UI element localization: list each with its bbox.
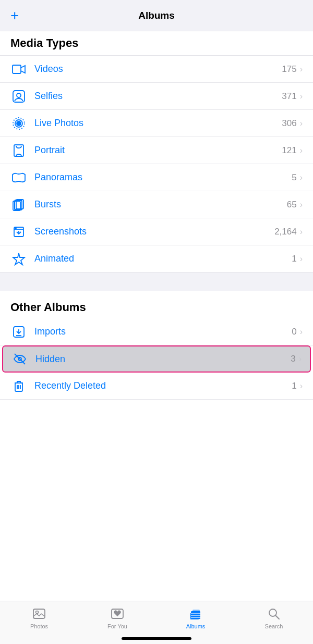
home-indicator — [122, 637, 191, 640]
page-title: Albums — [138, 10, 175, 21]
bursts-icon — [10, 198, 27, 212]
portrait-count: 121 — [282, 145, 296, 156]
video-icon — [10, 63, 27, 76]
live-photos-count: 306 — [282, 118, 296, 129]
albums-tab-label: Albums — [186, 623, 206, 629]
panoramas-label: Panoramas — [34, 172, 292, 183]
tab-albums[interactable]: Albums — [156, 606, 235, 629]
bursts-count: 65 — [287, 200, 297, 210]
videos-label: Videos — [34, 64, 282, 75]
screenshots-label: Screenshots — [34, 226, 274, 237]
panoramas-icon — [10, 171, 27, 184]
media-types-label: Media Types — [0, 31, 313, 55]
svg-rect-20 — [33, 609, 45, 618]
svg-point-21 — [36, 611, 39, 614]
add-button[interactable]: + — [10, 8, 19, 23]
imports-icon — [10, 325, 27, 339]
list-item-live-photos[interactable]: Live Photos 306 › — [0, 110, 313, 137]
recently-deleted-label: Recently Deleted — [34, 380, 292, 391]
list-item-imports[interactable]: Imports 0 › — [0, 318, 313, 345]
animated-icon — [10, 252, 27, 266]
media-types-section-header: Media Types — [0, 31, 313, 56]
live-photos-icon — [10, 117, 27, 130]
recently-deleted-count: 1 — [292, 381, 296, 391]
selfie-icon — [10, 90, 27, 103]
screenshots-count: 2,164 — [274, 227, 297, 237]
search-tab-label: Search — [265, 623, 283, 629]
imports-label: Imports — [34, 326, 292, 337]
tab-search[interactable]: Search — [235, 606, 313, 629]
bursts-chevron: › — [300, 200, 303, 209]
recently-deleted-chevron: › — [300, 381, 303, 391]
list-item-videos[interactable]: Videos 175 › — [0, 56, 313, 83]
portrait-icon — [10, 144, 27, 157]
screenshots-icon — [10, 225, 27, 239]
animated-count: 1 — [292, 254, 296, 264]
panoramas-count: 5 — [292, 172, 296, 183]
hidden-chevron: › — [299, 354, 302, 364]
tab-photos[interactable]: Photos — [0, 606, 78, 629]
for-you-tab-label: For You — [107, 623, 127, 629]
section-separator — [0, 273, 313, 291]
svg-marker-12 — [13, 253, 25, 265]
panoramas-chevron: › — [300, 173, 303, 182]
svg-point-3 — [17, 121, 21, 126]
hidden-count: 3 — [291, 354, 295, 364]
svg-point-11 — [15, 228, 16, 229]
header: + Albums — [0, 0, 313, 31]
selfies-chevron: › — [300, 92, 303, 101]
other-albums-label: Other Albums — [10, 301, 86, 314]
photos-tab-label: Photos — [30, 623, 48, 629]
imports-chevron: › — [300, 327, 303, 337]
portrait-label: Portrait — [34, 145, 282, 156]
live-photos-label: Live Photos — [34, 118, 282, 129]
list-item-animated[interactable]: Animated 1 › — [0, 245, 313, 273]
search-tab-icon — [267, 606, 281, 621]
list-item-panoramas[interactable]: Panoramas 5 › — [0, 164, 313, 191]
live-photos-chevron: › — [300, 119, 303, 128]
trash-icon — [10, 379, 27, 393]
portrait-chevron: › — [300, 146, 303, 155]
imports-count: 0 — [292, 327, 296, 337]
svg-line-31 — [276, 616, 280, 620]
list-item-selfies[interactable]: Selfies 371 › — [0, 83, 313, 110]
hidden-icon — [11, 352, 28, 366]
photos-tab-icon — [32, 606, 46, 621]
main-content: Media Types Videos 175 › Selfies 371 › — [0, 31, 313, 601]
animated-chevron: › — [300, 254, 303, 264]
list-item-portrait[interactable]: Portrait 121 › — [0, 137, 313, 164]
bursts-label: Bursts — [34, 199, 287, 210]
selfies-count: 371 — [282, 91, 296, 102]
videos-count: 175 — [282, 64, 296, 75]
list-item-bursts[interactable]: Bursts 65 › — [0, 191, 313, 218]
list-item-screenshots[interactable]: Screenshots 2,164 › — [0, 218, 313, 245]
for-you-tab-icon — [110, 606, 125, 621]
videos-chevron: › — [300, 65, 303, 74]
svg-point-2 — [17, 93, 21, 97]
albums-tab-icon — [188, 606, 203, 621]
list-item-recently-deleted[interactable]: Recently Deleted 1 › — [0, 373, 313, 400]
list-item-hidden[interactable]: Hidden 3 › — [2, 345, 311, 373]
animated-label: Animated — [34, 253, 292, 264]
hidden-label: Hidden — [35, 354, 291, 365]
other-albums-section-header: Other Albums — [0, 291, 313, 318]
screenshots-chevron: › — [300, 227, 303, 237]
tab-for-you[interactable]: For You — [78, 606, 156, 629]
svg-rect-0 — [13, 65, 21, 73]
selfies-label: Selfies — [34, 91, 282, 102]
